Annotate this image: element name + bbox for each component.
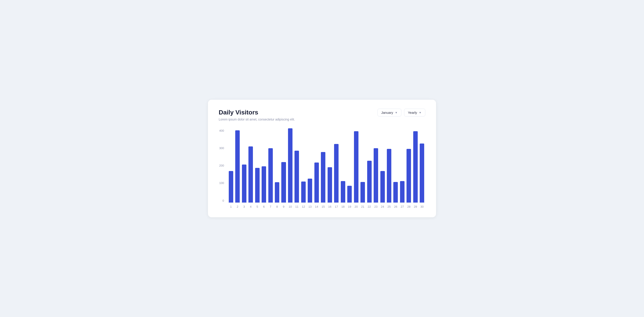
- x-axis-label: 5: [254, 205, 260, 208]
- bar-col: [260, 128, 267, 202]
- x-axis: 1234567891011121314151617181920212223242…: [228, 205, 425, 208]
- x-axis-label: 23: [372, 205, 379, 208]
- month-dropdown[interactable]: January ▼: [378, 109, 402, 116]
- x-axis-label: 20: [353, 205, 359, 208]
- x-axis-label: 2: [234, 205, 240, 208]
- x-axis-label: 9: [280, 205, 287, 208]
- period-label: Yearly: [408, 111, 417, 114]
- bar: [367, 161, 372, 202]
- x-axis-label: 13: [307, 205, 313, 208]
- chart-body: 1234567891011121314151617181920212223242…: [228, 128, 425, 208]
- bar-col: [280, 128, 287, 202]
- bar-col: [247, 128, 254, 202]
- bar: [248, 146, 253, 202]
- period-chevron-icon: ▼: [419, 111, 422, 114]
- bar: [420, 144, 424, 202]
- bar-col: [372, 128, 379, 202]
- bar: [360, 182, 365, 202]
- period-dropdown[interactable]: Yearly ▼: [404, 109, 425, 116]
- card-title: Daily Visitors: [219, 109, 295, 116]
- bar-col: [228, 128, 234, 202]
- bar: [387, 149, 391, 202]
- bar: [235, 130, 240, 202]
- x-axis-label: 30: [419, 205, 425, 208]
- x-axis-label: 4: [247, 205, 254, 208]
- bar: [341, 181, 345, 202]
- x-axis-label: 25: [386, 205, 392, 208]
- bar: [413, 131, 418, 202]
- bar-col: [353, 128, 359, 202]
- bar: [275, 182, 279, 202]
- x-axis-label: 22: [366, 205, 372, 208]
- y-axis-label: 400: [219, 129, 224, 132]
- bar-col: [287, 128, 294, 202]
- y-axis-label: 100: [219, 182, 224, 184]
- bar: [314, 162, 319, 202]
- bar-col: [359, 128, 366, 202]
- bar-col: [379, 128, 386, 202]
- bar-col: [366, 128, 372, 202]
- bar-col: [313, 128, 320, 202]
- x-axis-label: 16: [326, 205, 333, 208]
- bar-col: [399, 128, 406, 202]
- x-axis-label: 29: [412, 205, 418, 208]
- bar-col: [274, 128, 280, 202]
- bar-col: [392, 128, 399, 202]
- header-controls: January ▼ Yearly ▼: [378, 109, 425, 116]
- bar: [380, 171, 385, 202]
- x-axis-label: 19: [346, 205, 353, 208]
- x-axis-label: 26: [392, 205, 399, 208]
- x-axis-label: 3: [241, 205, 247, 208]
- x-axis-label: 6: [260, 205, 267, 208]
- x-axis-label: 14: [313, 205, 320, 208]
- card-header: Daily Visitors Lorem ipsum dolor sit ame…: [219, 109, 425, 121]
- bar: [262, 166, 266, 202]
- bar-col: [267, 128, 274, 202]
- x-axis-label: 18: [340, 205, 346, 208]
- x-axis-label: 15: [320, 205, 326, 208]
- bar-col: [340, 128, 346, 202]
- x-axis-label: 21: [359, 205, 366, 208]
- card-title-group: Daily Visitors Lorem ipsum dolor sit ame…: [219, 109, 295, 121]
- x-axis-label: 7: [267, 205, 274, 208]
- x-axis-label: 10: [287, 205, 294, 208]
- bar: [406, 149, 411, 202]
- bar: [281, 162, 286, 202]
- bar-col: [386, 128, 392, 202]
- bar-col: [346, 128, 353, 202]
- y-axis-label: 0: [222, 199, 224, 202]
- bar: [400, 181, 404, 202]
- x-axis-label: 28: [406, 205, 412, 208]
- x-axis-label: 11: [294, 205, 300, 208]
- bar: [242, 164, 246, 202]
- bar-col: [234, 128, 240, 202]
- bar: [328, 167, 332, 202]
- bar: [334, 144, 338, 202]
- y-axis-label: 300: [219, 147, 224, 150]
- bar: [374, 148, 378, 202]
- month-label: January: [381, 111, 393, 114]
- bar-col: [406, 128, 412, 202]
- bar-col: [412, 128, 418, 202]
- x-axis-label: 27: [399, 205, 406, 208]
- x-axis-label: 24: [379, 205, 386, 208]
- bar: [294, 151, 299, 202]
- bar: [354, 131, 358, 202]
- bar: [308, 178, 312, 202]
- bar: [268, 148, 273, 202]
- bar: [321, 152, 325, 202]
- card-subtitle: Lorem ipsum dolor sit amet, consectetur …: [219, 118, 295, 121]
- bar: [347, 186, 352, 202]
- x-axis-label: 8: [274, 205, 280, 208]
- main-card: Daily Visitors Lorem ipsum dolor sit ame…: [208, 100, 436, 217]
- bar: [255, 168, 260, 202]
- x-axis-label: 1: [228, 205, 234, 208]
- bar: [288, 128, 292, 202]
- bar-col: [320, 128, 326, 202]
- bar-col: [326, 128, 333, 202]
- month-chevron-icon: ▼: [395, 111, 398, 114]
- bar-col: [419, 128, 425, 202]
- x-axis-label: 12: [300, 205, 306, 208]
- bar-col: [307, 128, 313, 202]
- bar: [229, 171, 233, 202]
